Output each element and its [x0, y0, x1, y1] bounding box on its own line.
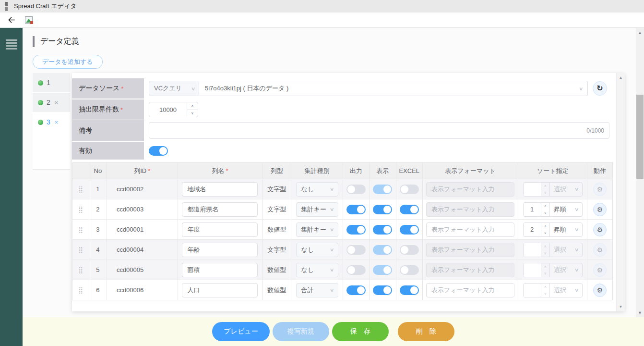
format-input[interactable]	[426, 263, 514, 277]
sort-order-select[interactable]: 昇順 ∨	[550, 203, 582, 216]
spinner-up-icon[interactable]: ∧	[541, 284, 549, 290]
spinner-up-icon[interactable]: ∧	[541, 243, 549, 250]
copy-new-button[interactable]: 複写新規	[273, 322, 329, 341]
drag-handle-icon[interactable]: ⣿	[78, 206, 83, 212]
remarks-field[interactable]: 0/1000	[149, 122, 609, 139]
sort-spinner[interactable]: ∧ ∨	[541, 203, 550, 216]
number-spinner[interactable]: ∧ ∨	[187, 102, 198, 117]
row-settings-button[interactable]: ⚙	[593, 183, 607, 196]
column-name-input[interactable]	[182, 202, 258, 217]
data-tab[interactable]: 1	[33, 73, 70, 92]
spinner-up-icon[interactable]: ∧	[541, 223, 549, 230]
output-toggle[interactable]	[346, 285, 366, 295]
spinner-down-icon[interactable]: ∨	[541, 230, 549, 236]
sort-number-input[interactable]	[524, 263, 541, 277]
delete-button[interactable]: 削 除	[398, 322, 454, 341]
row-settings-button[interactable]: ⚙	[593, 243, 607, 257]
spinner-up-icon[interactable]: ∧	[187, 102, 198, 110]
scroll-up-icon[interactable]: ▲	[636, 30, 644, 35]
column-name-input[interactable]	[182, 222, 258, 237]
preview-button[interactable]: プレビュー	[212, 322, 269, 341]
excel-toggle[interactable]	[400, 285, 419, 295]
spinner-up-icon[interactable]: ∧	[541, 263, 549, 270]
excel-toggle[interactable]	[400, 225, 419, 235]
output-toggle[interactable]	[346, 245, 366, 255]
scroll-down-icon[interactable]: ▼	[617, 305, 625, 309]
sort-order-select[interactable]: 選択 ∨	[550, 284, 582, 297]
sort-spinner[interactable]: ∧ ∨	[541, 243, 550, 257]
row-settings-button[interactable]: ⚙	[593, 284, 607, 297]
excel-toggle[interactable]	[400, 265, 419, 275]
scroll-up-icon[interactable]: ▲	[617, 75, 625, 80]
display-toggle[interactable]	[373, 205, 392, 214]
remarks-input[interactable]	[149, 127, 586, 134]
drag-handle-icon[interactable]: ⣿	[78, 186, 83, 192]
spinner-up-icon[interactable]: ∧	[541, 183, 549, 189]
aggregate-select[interactable]: なし ∨	[296, 182, 338, 197]
format-input[interactable]	[426, 182, 514, 197]
column-name-input[interactable]	[182, 283, 258, 297]
display-toggle[interactable]	[373, 285, 392, 295]
output-toggle[interactable]	[346, 185, 366, 194]
data-tab[interactable]: 2 ×	[33, 93, 70, 112]
back-button[interactable]	[6, 15, 16, 25]
add-data-button[interactable]: データを追加する	[33, 55, 103, 69]
display-toggle[interactable]	[373, 245, 392, 255]
display-toggle[interactable]	[373, 225, 392, 235]
close-icon[interactable]: ×	[55, 99, 59, 106]
spinner-down-icon[interactable]: ∨	[541, 270, 549, 277]
aggregate-select[interactable]: 集計キー ∨	[296, 222, 338, 237]
sort-number-input[interactable]: 1	[524, 203, 541, 216]
sort-order-select[interactable]: 選択 ∨	[550, 183, 582, 196]
datasource-query-select[interactable]: ∨	[199, 81, 588, 96]
limit-number-input[interactable]: 10000 ∧ ∨	[149, 102, 198, 117]
sort-number-input[interactable]	[524, 183, 541, 196]
format-input[interactable]	[426, 222, 514, 237]
datasource-type-select[interactable]: VCクエリ ∨	[149, 81, 199, 96]
save-button[interactable]: 保 存	[332, 322, 389, 341]
spinner-down-icon[interactable]: ∨	[541, 189, 549, 196]
enabled-toggle[interactable]	[149, 146, 168, 156]
format-input[interactable]	[426, 243, 514, 257]
sort-spinner[interactable]: ∧ ∨	[541, 284, 550, 297]
output-toggle[interactable]	[346, 225, 366, 235]
scroll-down-icon[interactable]: ▼	[636, 310, 644, 315]
display-toggle[interactable]	[373, 265, 392, 275]
sort-spinner[interactable]: ∧ ∨	[541, 183, 550, 196]
scrollbar-thumb[interactable]	[636, 95, 644, 179]
sort-number-input[interactable]	[524, 284, 541, 297]
excel-export-icon[interactable]	[25, 16, 33, 24]
data-tab[interactable]: 3 ×	[33, 112, 70, 132]
column-name-input[interactable]	[182, 263, 258, 277]
refresh-button[interactable]: ↻	[593, 81, 607, 96]
column-name-input[interactable]	[182, 243, 258, 257]
spinner-up-icon[interactable]: ∧	[541, 203, 549, 210]
excel-toggle[interactable]	[400, 245, 419, 255]
sort-order-select[interactable]: 選択 ∨	[550, 263, 582, 277]
row-settings-button[interactable]: ⚙	[593, 263, 607, 277]
sort-order-select[interactable]: 昇順 ∨	[550, 223, 582, 236]
row-settings-button[interactable]: ⚙	[593, 203, 607, 216]
layers-menu-icon[interactable]	[6, 39, 17, 49]
output-toggle[interactable]	[346, 205, 366, 214]
output-toggle[interactable]	[346, 265, 366, 275]
spinner-down-icon[interactable]: ∨	[541, 210, 549, 216]
drag-handle-icon[interactable]: ⣿	[78, 226, 83, 233]
aggregate-select[interactable]: なし ∨	[296, 243, 338, 257]
excel-toggle[interactable]	[400, 205, 419, 214]
aggregate-select[interactable]: 集計キー ∨	[296, 202, 338, 217]
excel-toggle[interactable]	[400, 185, 419, 194]
spinner-down-icon[interactable]: ∨	[187, 110, 198, 117]
drag-handle-icon[interactable]: ⣿	[78, 247, 83, 253]
display-toggle[interactable]	[373, 185, 392, 194]
aggregate-select[interactable]: なし ∨	[296, 263, 338, 277]
drag-handle-icon[interactable]: ⣿	[78, 267, 83, 273]
close-icon[interactable]: ×	[55, 119, 59, 126]
format-input[interactable]	[426, 202, 514, 217]
sort-spinner[interactable]: ∧ ∨	[541, 223, 550, 236]
format-input[interactable]	[426, 283, 514, 297]
column-name-input[interactable]	[182, 182, 258, 197]
sort-spinner[interactable]: ∧ ∨	[541, 263, 550, 277]
panel-scrollbar[interactable]: ▲ ▼	[616, 73, 625, 311]
sort-number-input[interactable]: 2	[524, 223, 541, 236]
